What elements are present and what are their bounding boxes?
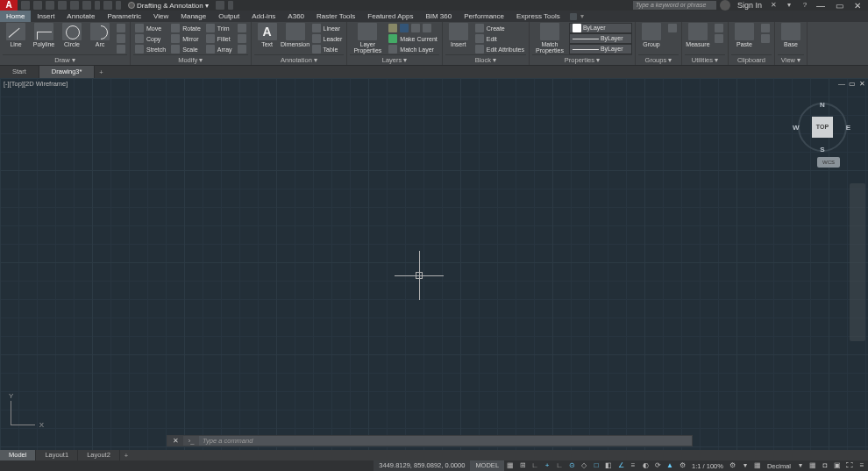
transparency-icon[interactable]: ◐	[639, 460, 651, 471]
coordinates[interactable]: 3449.8129, 859.0892, 0.0000	[374, 460, 470, 471]
maximize-button[interactable]: ▭	[836, 1, 843, 11]
share-icon[interactable]	[216, 1, 224, 10]
undo-arrow-icon[interactable]	[95, 1, 100, 10]
dynamic-input-icon[interactable]: +	[541, 460, 553, 471]
osnap-icon[interactable]: □	[590, 460, 602, 471]
ungroup-button[interactable]	[666, 23, 679, 33]
erase-button[interactable]	[236, 44, 248, 54]
vp-min-button[interactable]: —	[838, 80, 845, 88]
viewport-label[interactable]: [-][Top][2D Wireframe]	[4, 80, 68, 88]
color-dropdown[interactable]: ByLayer	[569, 23, 632, 33]
plot-icon[interactable]	[70, 1, 79, 10]
tab-featured[interactable]: Featured Apps	[361, 11, 419, 22]
infer-icon[interactable]: ∟	[529, 460, 541, 471]
linear-button[interactable]: Linear	[310, 23, 345, 33]
fillet-button[interactable]: Fillet	[204, 33, 234, 44]
tab-model[interactable]: Model	[0, 450, 36, 460]
cmd-input[interactable]: Type a command	[199, 437, 692, 445]
sign-in-button[interactable]: Sign In	[737, 1, 762, 10]
iso-icon[interactable]: ▣	[831, 460, 843, 471]
tab-annotate[interactable]: Annotate	[60, 11, 101, 22]
layerstate-row[interactable]	[387, 23, 438, 33]
panel-layers-title[interactable]: Layers ▾	[350, 54, 438, 65]
qat-more-icon[interactable]	[228, 1, 233, 10]
mirror-button[interactable]: Mirror	[169, 33, 203, 44]
viewcube-top[interactable]: TOP	[812, 117, 833, 138]
command-line[interactable]: ✕ ›_ Type a command	[167, 435, 693, 446]
panel-properties-title[interactable]: Properties ▾	[532, 54, 632, 65]
circle-button[interactable]: Circle	[59, 23, 85, 47]
hwa-icon[interactable]: ◘	[819, 460, 831, 471]
help-icon[interactable]: ?	[800, 1, 809, 10]
base-button[interactable]: Base	[778, 23, 804, 47]
array-button[interactable]: Array	[204, 44, 234, 54]
panel-groups-title[interactable]: Groups ▾	[638, 54, 679, 65]
editattr-button[interactable]: Edit Attributes	[473, 44, 526, 54]
saveas-icon[interactable]	[58, 1, 67, 10]
qv-icon[interactable]: ▦	[807, 460, 819, 471]
signin-arrow-icon[interactable]: ▾	[785, 1, 793, 10]
wcs-badge[interactable]: WCS	[817, 157, 840, 168]
matchprops-button[interactable]: Match Properties	[532, 23, 567, 54]
new-icon[interactable]	[21, 1, 30, 10]
polyline-button[interactable]: Polyline	[31, 23, 57, 47]
viewcube-n[interactable]: N	[820, 101, 825, 109]
panel-modify-title[interactable]: Modify ▾	[133, 54, 248, 65]
filetab-start[interactable]: Start	[0, 66, 39, 78]
lineweight-dropdown[interactable]: ByLayer	[569, 33, 632, 44]
insert-button[interactable]: Insert	[445, 23, 472, 47]
vp-close-button[interactable]: ✕	[859, 80, 865, 88]
cmd-close-button[interactable]: ✕	[167, 436, 183, 446]
move-button[interactable]: Move	[133, 23, 167, 33]
edit-button[interactable]: Edit	[473, 33, 526, 44]
search-input[interactable]: Type a keyword or phrase	[633, 1, 716, 10]
paste-button[interactable]: Paste	[731, 23, 758, 47]
line-button[interactable]: Line	[3, 23, 29, 47]
clean-icon[interactable]: ⛶	[843, 460, 856, 471]
measure-button[interactable]: Measure	[685, 23, 711, 47]
redo-arrow-icon[interactable]	[116, 1, 121, 10]
ribbon-collapse-icon[interactable]: ▾	[580, 12, 584, 20]
3dosnap-icon[interactable]: ◧	[602, 460, 615, 471]
cycle-icon[interactable]: ⟳	[651, 460, 664, 471]
units-arrow-icon[interactable]: ▾	[794, 460, 807, 471]
explode-button[interactable]	[236, 23, 248, 33]
tab-view[interactable]: View	[147, 11, 174, 22]
layerprops-button[interactable]: Layer Properties	[350, 23, 385, 54]
otrack-icon[interactable]: ∠	[615, 460, 627, 471]
redo-icon[interactable]	[103, 1, 112, 10]
tab-focus-icon[interactable]	[570, 13, 577, 20]
rect-button[interactable]	[115, 23, 127, 33]
tab-a360[interactable]: A360	[281, 11, 310, 22]
custom-icon[interactable]: ≡	[856, 460, 868, 471]
hatch-button[interactable]	[115, 44, 127, 54]
tab-layout1[interactable]: Layout1	[36, 450, 78, 460]
exchange-icon[interactable]: ✕	[769, 1, 778, 10]
dim-button[interactable]: Dimension	[282, 23, 309, 47]
drawing-area[interactable]: [-][Top][2D Wireframe] — ▭ ✕ Y X TOP N S…	[0, 78, 868, 450]
cut-button[interactable]	[759, 23, 772, 33]
polar-icon[interactable]: ⊙	[566, 460, 578, 471]
table-button[interactable]: Table	[310, 44, 345, 54]
stretch-button[interactable]: Stretch	[133, 44, 167, 54]
minimize-button[interactable]: —	[816, 1, 825, 11]
makecurrent-button[interactable]: Make Current	[387, 33, 438, 44]
panel-draw-title[interactable]: Draw ▾	[3, 54, 127, 65]
workspace-switcher[interactable]: Drafting & Annotation ▾	[125, 2, 212, 10]
calc-button[interactable]	[713, 23, 725, 33]
panel-view-title[interactable]: View ▾	[778, 54, 804, 65]
ellipse-button[interactable]	[115, 33, 127, 44]
select-button[interactable]	[713, 33, 725, 44]
qprops-icon[interactable]: ▦	[751, 460, 764, 471]
units-dropdown-icon[interactable]: ▾	[739, 460, 751, 471]
tab-layout2[interactable]: Layout2	[78, 450, 120, 460]
text-button[interactable]: AText	[254, 23, 281, 47]
save-icon[interactable]	[46, 1, 54, 10]
tab-add-layout[interactable]: +	[120, 452, 132, 460]
tab-manage[interactable]: Manage	[174, 11, 212, 22]
rotate-button[interactable]: Rotate	[169, 23, 203, 33]
filetab-drawing[interactable]: Drawing3*	[39, 66, 96, 78]
units-label[interactable]: Decimal	[764, 462, 794, 470]
matchlayer-button[interactable]: Match Layer	[387, 44, 438, 54]
tab-insert[interactable]: Insert	[31, 11, 60, 22]
